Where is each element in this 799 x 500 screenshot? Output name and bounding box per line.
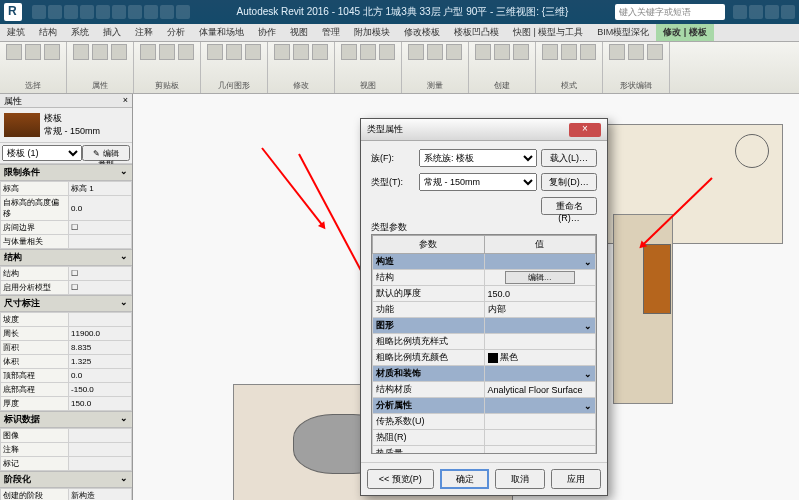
cancel-button[interactable]: 取消 <box>495 469 545 489</box>
param-row[interactable]: 结构材质Analytical Floor Surface <box>373 382 596 398</box>
type-name: 常规 - 150mm <box>44 125 100 138</box>
property-category[interactable]: 结构⌄ <box>0 249 132 266</box>
property-row[interactable]: 顶部高程0.0 <box>1 369 132 383</box>
help-search-input[interactable]: 键入关键字或短语 <box>615 4 725 20</box>
type-properties-dialog: 类型属性 × 族(F): 系统族: 楼板 载入(L)… 类型(T): 常规 - … <box>360 118 608 496</box>
type-preview-icon <box>4 113 40 137</box>
tab-15[interactable]: 修改 | 楼板 <box>656 24 714 41</box>
property-row[interactable]: 注释 <box>1 443 132 457</box>
property-row[interactable]: 底部高程-150.0 <box>1 383 132 397</box>
tab-8[interactable]: 视图 <box>283 24 315 41</box>
ribbon-group[interactable]: 形状编辑 <box>603 42 670 93</box>
app-logo <box>4 3 22 21</box>
ribbon-group[interactable]: 剪贴板 <box>134 42 201 93</box>
instance-selector[interactable]: 楼板 (1) <box>2 145 82 161</box>
property-row[interactable]: 体积1.325 <box>1 355 132 369</box>
param-row[interactable]: 粗略比例填充颜色黑色 <box>373 350 596 366</box>
ribbon-group[interactable]: 模式 <box>536 42 603 93</box>
property-category[interactable]: 限制条件⌄ <box>0 164 132 181</box>
tab-6[interactable]: 体量和场地 <box>192 24 251 41</box>
tab-14[interactable]: BIM模型深化 <box>590 24 656 41</box>
property-row[interactable]: 与体量相关 <box>1 235 132 249</box>
window-controls[interactable] <box>733 5 795 19</box>
property-row[interactable]: 图像 <box>1 429 132 443</box>
ok-button[interactable]: 确定 <box>440 469 490 489</box>
param-row[interactable]: 默认的厚度150.0 <box>373 286 596 302</box>
property-row[interactable]: 启用分析模型 <box>1 281 132 295</box>
tab-13[interactable]: 快图 | 模型与工具 <box>506 24 590 41</box>
quick-access-toolbar[interactable] <box>32 5 190 19</box>
tab-11[interactable]: 修改楼板 <box>397 24 447 41</box>
titlebar: Autodesk Revit 2016 - 1045 北方 1城3典 33层 户… <box>0 0 799 24</box>
property-category[interactable]: 阶段化⌄ <box>0 471 132 488</box>
property-row[interactable]: 厚度150.0 <box>1 397 132 411</box>
column-header-value: 值 <box>484 236 596 254</box>
dialog-titlebar[interactable]: 类型属性 × <box>361 119 607 141</box>
ribbon-tabs[interactable]: 建筑结构系统插入注释分析体量和场地协作视图管理附加模块修改楼板楼板凹凸模快图 |… <box>0 24 799 42</box>
ribbon[interactable]: 选择属性剪贴板几何图形修改视图测量创建模式形状编辑 <box>0 42 799 94</box>
tab-9[interactable]: 管理 <box>315 24 347 41</box>
param-row[interactable]: 材质和装饰⌄ <box>373 366 596 382</box>
param-row[interactable]: 热质量 <box>373 446 596 455</box>
family-select[interactable]: 系统族: 楼板 <box>419 149 537 167</box>
ribbon-group[interactable]: 选择 <box>0 42 67 93</box>
column-header-param: 参数 <box>373 236 485 254</box>
property-row[interactable]: 结构 <box>1 267 132 281</box>
param-row[interactable]: 粗略比例填充样式 <box>373 334 596 350</box>
property-row[interactable]: 房间边界 <box>1 221 132 235</box>
close-icon[interactable]: × <box>123 95 128 106</box>
tab-2[interactable]: 系统 <box>64 24 96 41</box>
duplicate-button[interactable]: 复制(D)… <box>541 173 597 191</box>
property-row[interactable]: 自标高的高度偏移0.0 <box>1 196 132 221</box>
property-row[interactable]: 标记 <box>1 457 132 471</box>
property-row[interactable]: 标高标高 1 <box>1 182 132 196</box>
ribbon-group[interactable]: 视图 <box>335 42 402 93</box>
tab-10[interactable]: 附加模块 <box>347 24 397 41</box>
tab-4[interactable]: 注释 <box>128 24 160 41</box>
type-category: 楼板 <box>44 112 100 125</box>
ribbon-group[interactable]: 创建 <box>469 42 536 93</box>
type-label: 类型(T): <box>371 176 415 189</box>
param-row[interactable]: 构造⌄ <box>373 254 596 270</box>
tab-0[interactable]: 建筑 <box>0 24 32 41</box>
ribbon-group[interactable]: 修改 <box>268 42 335 93</box>
type-select[interactable]: 常规 - 150mm <box>419 173 537 191</box>
tab-1[interactable]: 结构 <box>32 24 64 41</box>
param-row[interactable]: 图形⌄ <box>373 318 596 334</box>
property-row[interactable]: 创建的阶段新构造 <box>1 489 132 501</box>
type-params-grid[interactable]: 参数值 构造⌄结构编辑…默认的厚度150.0功能内部图形⌄粗略比例填充样式粗略比… <box>371 234 597 454</box>
param-row[interactable]: 热阻(R) <box>373 430 596 446</box>
property-row[interactable]: 周长11900.0 <box>1 327 132 341</box>
param-row[interactable]: 分析属性⌄ <box>373 398 596 414</box>
load-button[interactable]: 载入(L)… <box>541 149 597 167</box>
property-row[interactable]: 坡度 <box>1 313 132 327</box>
window-title: Autodesk Revit 2016 - 1045 北方 1城3典 33层 户… <box>194 5 611 19</box>
ribbon-group[interactable]: 测量 <box>402 42 469 93</box>
ribbon-group[interactable]: 几何图形 <box>201 42 268 93</box>
ribbon-group[interactable]: 属性 <box>67 42 134 93</box>
edit-type-button[interactable]: ✎ 编辑类型 <box>82 145 130 161</box>
close-icon[interactable]: × <box>569 123 601 137</box>
edit-button[interactable]: 编辑… <box>505 271 575 284</box>
tab-5[interactable]: 分析 <box>160 24 192 41</box>
tab-7[interactable]: 协作 <box>251 24 283 41</box>
family-label: 族(F): <box>371 152 415 165</box>
tab-12[interactable]: 楼板凹凸模 <box>447 24 506 41</box>
properties-panel: 属性× 楼板常规 - 150mm 楼板 (1) ✎ 编辑类型 限制条件⌄标高标高… <box>0 94 133 500</box>
param-row[interactable]: 结构编辑… <box>373 270 596 286</box>
property-category[interactable]: 标识数据⌄ <box>0 411 132 428</box>
preview-button[interactable]: << 预览(P) <box>367 469 434 489</box>
property-row[interactable]: 面积8.835 <box>1 341 132 355</box>
type-selector[interactable]: 楼板常规 - 150mm <box>0 108 132 143</box>
rename-button[interactable]: 重命名(R)… <box>541 197 597 215</box>
property-category[interactable]: 尺寸标注⌄ <box>0 295 132 312</box>
param-row[interactable]: 功能内部 <box>373 302 596 318</box>
apply-button[interactable]: 应用 <box>551 469 601 489</box>
dialog-title: 类型属性 <box>367 123 403 136</box>
param-row[interactable]: 传热系数(U) <box>373 414 596 430</box>
properties-header: 属性× <box>0 94 132 108</box>
tab-3[interactable]: 插入 <box>96 24 128 41</box>
